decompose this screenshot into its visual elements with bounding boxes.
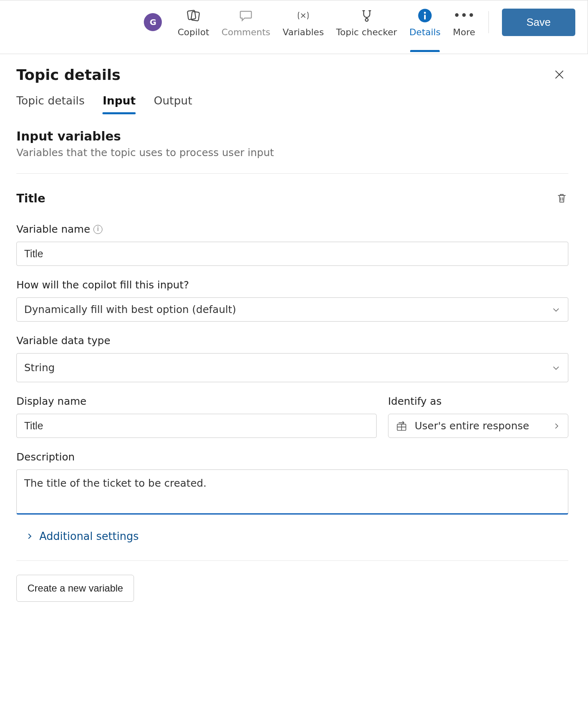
toolbar-item-details[interactable]: Details: [406, 7, 444, 52]
create-variable-button[interactable]: Create a new variable: [16, 575, 134, 602]
label-variable-name: Variable name i: [16, 223, 568, 235]
tab-topic-details[interactable]: Topic details: [16, 93, 84, 114]
toolbar-item-copilot[interactable]: Copilot: [174, 7, 212, 52]
toolbar-separator: [488, 11, 489, 33]
tab-input[interactable]: Input: [102, 93, 136, 114]
info-icon[interactable]: i: [93, 225, 102, 234]
chevron-right-icon: [25, 532, 34, 540]
toolbar-label: Topic checker: [336, 27, 397, 37]
topic-checker-icon: [358, 7, 376, 25]
trash-icon: [556, 193, 568, 204]
data-type-select[interactable]: String: [16, 353, 568, 382]
description-textarea[interactable]: [16, 469, 568, 515]
toolbar-label: Details: [409, 27, 440, 37]
select-value: String: [24, 362, 552, 374]
toolbar-label: Variables: [283, 27, 324, 37]
fill-option-select[interactable]: Dynamically fill with best option (defau…: [16, 297, 568, 322]
details-icon: [416, 7, 434, 25]
chevron-down-icon: [552, 305, 561, 314]
additional-settings-label: Additional settings: [39, 530, 138, 542]
label-fill: How will the copilot fill this input?: [16, 279, 568, 291]
variables-icon: [294, 7, 312, 25]
card-divider: [16, 560, 568, 561]
svg-rect-5: [424, 15, 426, 20]
section-divider: [16, 173, 568, 174]
toolbar-item-topic-checker[interactable]: Topic checker: [333, 7, 400, 52]
variable-name-input[interactable]: [16, 242, 568, 266]
save-button[interactable]: Save: [502, 9, 575, 36]
more-icon: •••: [453, 7, 475, 25]
picker-value: User's entire response: [415, 420, 529, 432]
label-identify-as: Identify as: [388, 395, 568, 407]
close-button[interactable]: [550, 66, 568, 84]
page-title: Topic details: [16, 66, 120, 83]
display-name-input[interactable]: [16, 414, 377, 438]
additional-settings-toggle[interactable]: Additional settings: [25, 530, 568, 542]
identify-as-picker[interactable]: User's entire response: [388, 414, 568, 438]
close-icon: [554, 69, 565, 80]
tabs: Topic details Input Output: [16, 93, 568, 114]
copilot-icon: [184, 7, 202, 25]
top-toolbar: G Copilot Comments: [0, 0, 588, 54]
toolbar-items: Copilot Comments Varia: [174, 7, 444, 52]
toolbar-more[interactable]: ••• More: [453, 7, 475, 52]
delete-variable-button[interactable]: [556, 193, 568, 205]
toolbar-label: More: [453, 27, 475, 37]
toolbar-item-variables[interactable]: Variables: [279, 7, 327, 52]
toolbar-label: Comments: [222, 27, 270, 37]
label-display-name: Display name: [16, 395, 377, 407]
section-desc: Variables that the topic uses to process…: [16, 147, 568, 159]
chevron-right-icon: [552, 422, 561, 430]
label-data-type: Variable data type: [16, 335, 568, 347]
topic-details-panel: Topic details Topic details Input Output…: [0, 54, 588, 618]
tab-output[interactable]: Output: [154, 93, 192, 114]
toolbar-label: Copilot: [177, 27, 209, 37]
label-description: Description: [16, 451, 568, 463]
section-title: Input variables: [16, 129, 568, 143]
label-text: Variable name: [16, 223, 90, 235]
avatar[interactable]: G: [144, 13, 162, 31]
variable-title: Title: [16, 192, 45, 205]
chevron-down-icon: [552, 363, 561, 372]
entity-icon: [396, 420, 407, 432]
toolbar-item-comments[interactable]: Comments: [218, 7, 274, 52]
svg-point-4: [424, 12, 426, 14]
select-value: Dynamically fill with best option (defau…: [24, 304, 552, 315]
svg-point-2: [365, 18, 368, 21]
comments-icon: [237, 7, 255, 25]
